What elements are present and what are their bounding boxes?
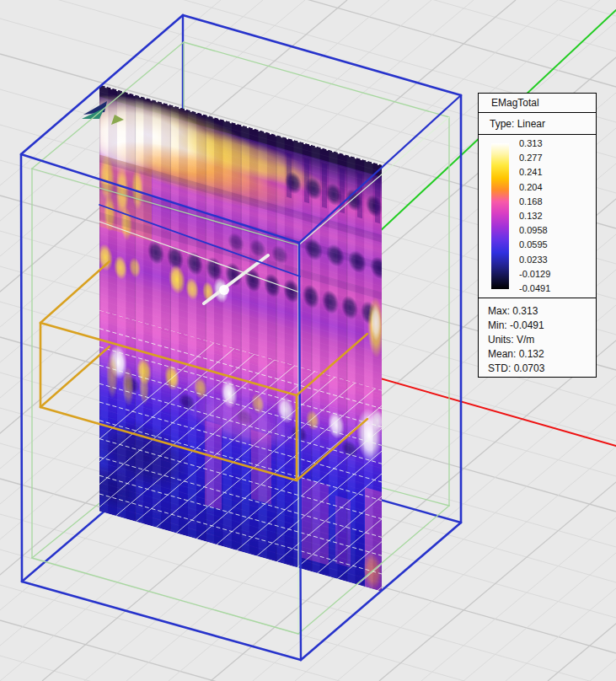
colorbar-gradient [491,143,509,289]
tick-label: 0.313 [519,138,550,148]
feed-point [219,285,229,295]
tick-label: 0.132 [519,211,550,221]
stat-mean: Mean: 0.132 [488,347,596,362]
tick-label: -0.0129 [519,269,550,279]
stat-std: STD: 0.0703 [488,362,596,376]
colorbar-tick-labels: 0.313 0.277 0.241 0.204 0.168 0.132 0.09… [519,138,550,293]
tick-label: 0.277 [519,153,550,163]
tick-label: 0.0958 [519,225,550,235]
legend-title: EMagTotal [479,94,596,113]
tick-label: 0.168 [519,196,550,206]
legend-stats: Max: 0.313 Min: -0.0491 Units: V/m Mean:… [479,298,596,376]
stat-max: Max: 0.313 [488,304,596,319]
stat-min: Min: -0.0491 [488,319,596,333]
simulation-app: EMagTotal Type: Linear 0.313 0.277 0.241… [0,0,616,681]
legend-colorbar-zone: 0.313 0.277 0.241 0.204 0.168 0.132 0.09… [479,135,596,298]
tick-label: -0.0491 [519,283,550,293]
tick-label: 0.0595 [519,239,550,249]
legend-scale-type: Type: Linear [479,113,596,135]
field-legend-panel: EMagTotal Type: Linear 0.313 0.277 0.241… [478,93,597,378]
tick-label: 0.204 [519,182,550,192]
stat-units: Units: V/m [488,333,596,347]
tick-label: 0.241 [519,167,550,177]
tick-label: 0.0233 [519,255,550,265]
